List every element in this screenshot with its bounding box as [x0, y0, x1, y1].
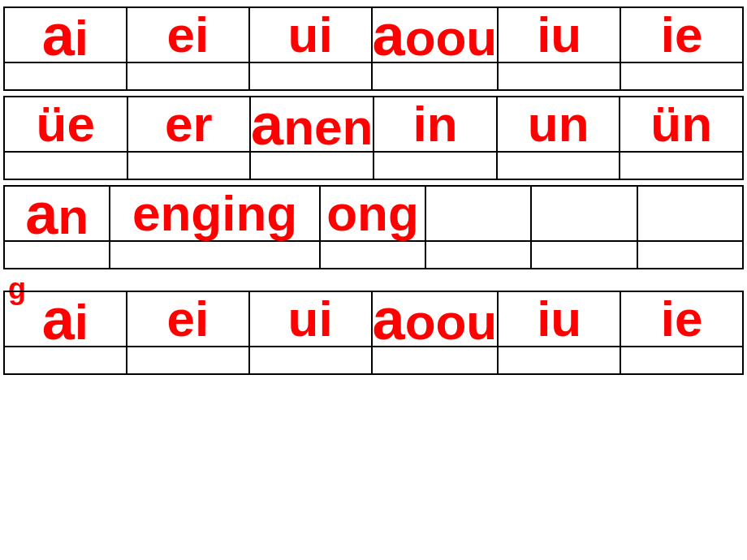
cell-bottom-r2c3 [251, 153, 373, 179]
cell-r1c1: ai [5, 8, 127, 89]
cell-top-r1c1: ai [5, 8, 126, 63]
cell-r2c1: üe [5, 97, 128, 179]
cell-top-r4c1: ai [5, 292, 126, 347]
page-container: ai ei ui aoou iu [0, 0, 747, 560]
cell-bottom-r1c5 [499, 63, 620, 89]
cell-bottom-r4c6 [621, 347, 742, 373]
cell-r3c2: enging [110, 187, 321, 268]
cell-r3c4 [426, 187, 532, 268]
cell-text-r1c5: iu [537, 10, 581, 60]
cell-r2c2: er [128, 97, 252, 179]
cell-top-r3c2: enging [110, 187, 319, 242]
cell-top-r1c2: ei [127, 8, 248, 63]
cell-text-r4c6: ie [661, 294, 703, 344]
cell-r3c1: an [5, 187, 110, 268]
cell-top-r3c4 [426, 187, 530, 242]
cell-top-r3c3: ong [321, 187, 425, 242]
cell-text-r1c6: ie [661, 10, 703, 60]
cell-r1c3: ui [250, 8, 373, 89]
cell-r2c3: anen [251, 97, 374, 179]
cell-text-r4c3: ui [288, 294, 333, 344]
cell-text-r3c1: an [25, 184, 89, 243]
cell-text-r2c6: ün [650, 99, 712, 149]
grid-row-2: üe er anen in un [3, 96, 744, 180]
cell-top-r3c6 [638, 187, 742, 242]
cell-text-r1c1: ai [42, 6, 89, 64]
cell-r2c6: ün [620, 97, 742, 179]
cell-bottom-r3c3 [321, 242, 425, 268]
row4-wrapper: g ai ei ui [3, 274, 744, 375]
cell-text-r2c1: üe [37, 99, 95, 149]
cell-text-r1c3: ui [288, 10, 333, 60]
cell-bottom-r1c1 [5, 63, 126, 89]
cell-top-r2c4: in [374, 97, 496, 153]
cell-top-r1c5: iu [499, 8, 620, 63]
cell-text-r3c3: ong [326, 188, 419, 239]
cell-r1c2: ei [127, 8, 250, 89]
cell-text-r3c2: enging [132, 188, 297, 239]
cell-bottom-r3c6 [638, 242, 742, 268]
cell-bottom-r2c6 [620, 153, 742, 179]
cell-bottom-r4c5 [499, 347, 620, 373]
cell-top-r1c4: aoou [373, 8, 498, 63]
cell-r1c4: aoou [373, 8, 499, 89]
cell-r1c6: ie [621, 8, 742, 89]
cell-top-r4c6: ie [621, 292, 742, 347]
cell-text-r4c1: ai [42, 290, 89, 348]
cell-top-r3c1: an [5, 187, 109, 242]
cell-r3c5 [532, 187, 637, 268]
cell-top-r4c3: ui [250, 292, 371, 347]
grid-row-4: ai ei ui aoou [3, 291, 744, 375]
cell-text-r1c2: ei [166, 10, 209, 60]
cell-text-r2c5: un [528, 99, 589, 149]
cell-top-r2c3: anen [251, 97, 373, 153]
cell-bottom-r2c2 [128, 153, 250, 179]
cell-top-r2c5: un [498, 97, 620, 153]
cell-r1c5: iu [499, 8, 621, 89]
cell-r3c3: ong [321, 187, 426, 268]
cell-text-r2c4: in [413, 99, 458, 149]
cell-top-r3c5 [532, 187, 636, 242]
cell-top-r1c3: ui [250, 8, 371, 63]
cell-r4c6: ie [621, 292, 742, 373]
grid-row-3: an enging ong [3, 185, 744, 269]
cell-text-r2c2: er [165, 99, 213, 149]
cell-r3c6 [638, 187, 742, 268]
cell-top-r4c4: aoou [373, 292, 498, 347]
cell-r4c1: ai [5, 292, 127, 373]
cell-bottom-r1c4 [373, 63, 498, 89]
cell-text-r4c4: aoou [373, 290, 498, 348]
cell-bottom-r3c2 [110, 242, 319, 268]
cell-top-r4c2: ei [127, 292, 248, 347]
grid-row-1: ai ei ui aoou iu [3, 6, 744, 91]
cell-bottom-r3c4 [426, 242, 530, 268]
cell-bottom-r4c3 [250, 347, 371, 373]
cell-r4c3: ui [250, 292, 373, 373]
cell-r4c5: iu [499, 292, 621, 373]
cell-bottom-r1c6 [621, 63, 742, 89]
cell-bottom-r2c1 [5, 153, 127, 179]
cell-bottom-r1c3 [250, 63, 371, 89]
cell-top-r2c1: üe [5, 97, 127, 153]
cell-top-r1c6: ie [621, 8, 742, 63]
cell-bottom-r4c4 [373, 347, 498, 373]
cell-top-r2c2: er [128, 97, 250, 153]
cell-r2c5: un [498, 97, 621, 179]
cell-top-r4c5: iu [499, 292, 620, 347]
cell-bottom-r3c1 [5, 242, 109, 268]
cell-r4c4: aoou [373, 292, 499, 373]
cell-bottom-r3c5 [532, 242, 636, 268]
cell-bottom-r2c5 [498, 153, 620, 179]
cell-bottom-r2c4 [374, 153, 496, 179]
cell-bottom-r4c1 [5, 347, 126, 373]
cell-top-r2c6: ün [620, 97, 742, 153]
cell-text-r1c4: aoou [373, 6, 498, 64]
cell-r2c4: in [374, 97, 498, 179]
cell-bottom-r4c2 [127, 347, 248, 373]
cell-text-r2c3: anen [251, 95, 373, 153]
cell-text-r4c5: iu [537, 294, 581, 344]
cell-text-r4c2: ei [166, 294, 209, 344]
cell-bottom-r1c2 [127, 63, 248, 89]
cell-r4c2: ei [127, 292, 250, 373]
